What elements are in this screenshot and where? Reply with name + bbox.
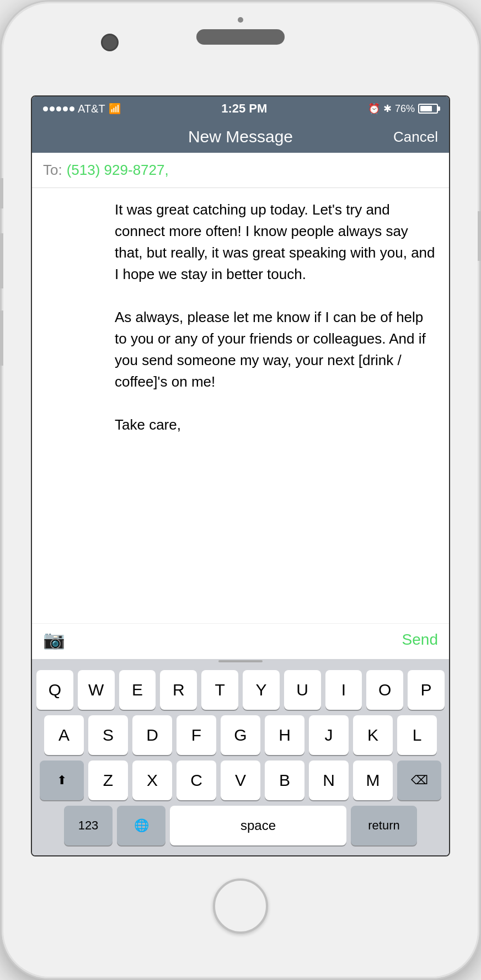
status-left: AT&T 📶: [43, 103, 121, 115]
to-field[interactable]: To: (513) 929-8727,: [32, 153, 449, 188]
key-s[interactable]: S: [88, 715, 128, 755]
volume-up-button[interactable]: [0, 233, 3, 288]
keyboard-row-3: ⬆ Z X C V B N M ⌫: [36, 761, 445, 800]
wifi-icon: 📶: [109, 103, 121, 115]
keyboard: Q W E R T Y U I O P A S D F G H J K: [32, 663, 449, 855]
keyboard-row-4: 123 🌐 space return: [36, 806, 445, 845]
signal-dot-5: [70, 106, 74, 111]
keyboard-separator: [32, 659, 449, 663]
key-m[interactable]: M: [353, 761, 393, 800]
battery-fill: [420, 106, 432, 111]
message-body-text[interactable]: It was great catching up today. Let's tr…: [32, 188, 449, 623]
key-h[interactable]: H: [265, 715, 304, 755]
phone-frame: AT&T 📶 1:25 PM ⏰ ✱ 76% New Message Cance…: [0, 0, 481, 980]
key-q[interactable]: Q: [36, 670, 73, 710]
separator-line: [218, 660, 263, 662]
phone-top-hardware: [2, 2, 479, 95]
shift-key[interactable]: ⬆: [40, 761, 84, 800]
phone-screen: AT&T 📶 1:25 PM ⏰ ✱ 76% New Message Cance…: [31, 95, 450, 856]
key-p[interactable]: P: [408, 670, 445, 710]
key-y[interactable]: Y: [243, 670, 280, 710]
space-key[interactable]: space: [170, 806, 346, 845]
status-time: 1:25 PM: [221, 101, 267, 116]
key-a[interactable]: A: [44, 715, 84, 755]
phone-bottom-hardware: [213, 856, 268, 956]
key-f[interactable]: F: [177, 715, 216, 755]
nav-bar: New Message Cancel: [32, 121, 449, 153]
signal-dot-4: [63, 106, 68, 111]
battery-icon: [418, 104, 438, 114]
key-k[interactable]: K: [353, 715, 393, 755]
key-o[interactable]: O: [366, 670, 403, 710]
home-button[interactable]: [213, 879, 268, 934]
key-c[interactable]: C: [177, 761, 216, 800]
front-sensor: [238, 17, 243, 23]
key-i[interactable]: I: [325, 670, 362, 710]
key-g[interactable]: G: [221, 715, 260, 755]
key-d[interactable]: D: [132, 715, 172, 755]
key-t[interactable]: T: [201, 670, 238, 710]
cancel-button[interactable]: Cancel: [383, 128, 438, 146]
key-e[interactable]: E: [119, 670, 156, 710]
keyboard-row-1: Q W E R T Y U I O P: [36, 670, 445, 710]
bluetooth-icon: ✱: [383, 103, 392, 115]
carrier-label: AT&T: [78, 103, 105, 115]
status-bar: AT&T 📶 1:25 PM ⏰ ✱ 76%: [32, 97, 449, 121]
send-button[interactable]: Send: [402, 631, 438, 649]
alarm-icon: ⏰: [368, 103, 380, 115]
key-l[interactable]: L: [397, 715, 437, 755]
to-recipient: (513) 929-8727,: [67, 162, 169, 179]
globe-key[interactable]: 🌐: [117, 806, 165, 845]
key-z[interactable]: Z: [88, 761, 128, 800]
camera-icon[interactable]: 📷: [43, 629, 65, 650]
key-j[interactable]: J: [309, 715, 349, 755]
signal-strength: [43, 106, 74, 111]
signal-dot-1: [43, 106, 48, 111]
key-u[interactable]: U: [284, 670, 321, 710]
front-camera: [101, 34, 119, 51]
power-button[interactable]: [478, 211, 481, 261]
key-b[interactable]: B: [265, 761, 304, 800]
to-label: To:: [43, 162, 62, 179]
key-v[interactable]: V: [221, 761, 260, 800]
signal-dot-3: [56, 106, 61, 111]
status-right: ⏰ ✱ 76%: [368, 103, 438, 115]
key-n[interactable]: N: [309, 761, 349, 800]
earpiece-speaker: [196, 29, 285, 45]
return-key[interactable]: return: [351, 806, 417, 845]
battery-body: [418, 104, 438, 114]
key-w[interactable]: W: [78, 670, 115, 710]
message-footer: 📷 Send: [32, 623, 449, 659]
mute-button[interactable]: [0, 178, 3, 208]
battery-percent: 76%: [395, 103, 415, 115]
numbers-key[interactable]: 123: [64, 806, 113, 845]
key-r[interactable]: R: [160, 670, 197, 710]
signal-dot-2: [50, 106, 55, 111]
volume-down-button[interactable]: [0, 310, 3, 366]
keyboard-row-2: A S D F G H J K L: [36, 715, 445, 755]
nav-title: New Message: [98, 127, 383, 146]
key-x[interactable]: X: [132, 761, 172, 800]
message-area: It was great catching up today. Let's tr…: [32, 188, 449, 659]
delete-key[interactable]: ⌫: [397, 761, 441, 800]
